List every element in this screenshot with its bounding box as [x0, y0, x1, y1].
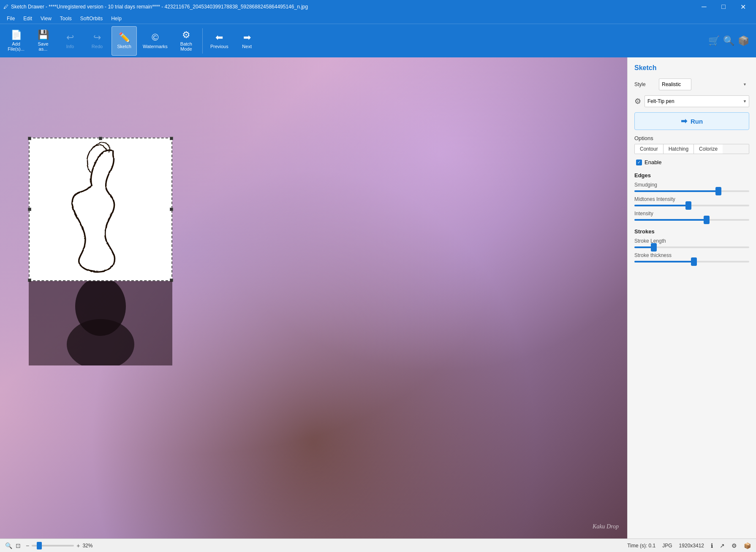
panel-title: Sketch: [634, 64, 749, 72]
redo-icon: ↪: [93, 33, 101, 42]
run-button[interactable]: ➡ Run: [634, 112, 749, 130]
presets-select[interactable]: Felt-Tip pen Pencil Charcoal Ballpoint: [645, 95, 749, 107]
cart-icon[interactable]: 🛒: [708, 35, 720, 46]
tab-contour[interactable]: Contour: [635, 144, 664, 154]
close-button[interactable]: ✕: [733, 0, 753, 14]
stroke-thickness-slider[interactable]: [634, 261, 749, 262]
search-icon[interactable]: 🔍: [723, 35, 734, 46]
sketch-label: Sketch: [117, 44, 131, 49]
status-share-icon[interactable]: ↗: [720, 542, 725, 549]
status-zoom-icon[interactable]: 🔍: [5, 542, 12, 549]
sketch-icon: ✏️: [119, 33, 130, 42]
right-panel: Sketch Style Realistic Artistic Pencil C…: [627, 57, 756, 538]
intensity-slider[interactable]: [634, 219, 749, 221]
maximize-button[interactable]: □: [714, 0, 733, 14]
intensity-thumb[interactable]: [704, 216, 710, 224]
save-as-label: Saveas...: [38, 41, 48, 51]
zoom-in-button[interactable]: +: [76, 542, 80, 549]
status-bar: 🔍 ⊡ − + 32% Time (s): 0.1 JPG 1920x3412 …: [0, 538, 756, 552]
menu-edit[interactable]: Edit: [20, 15, 35, 22]
next-label: Next: [242, 44, 252, 49]
watermarks-label: Watermarks: [143, 44, 168, 49]
midtones-slider[interactable]: [634, 205, 749, 206]
menu-view[interactable]: View: [37, 15, 55, 22]
redo-button[interactable]: ↪ Redo: [84, 26, 110, 56]
previous-label: Previous: [210, 44, 228, 49]
midtones-thumb[interactable]: [685, 201, 691, 210]
status-info-icon[interactable]: ℹ: [711, 542, 713, 549]
resolution-label: 1920x3412: [679, 543, 704, 549]
presets-icon: ⚙: [634, 97, 641, 106]
watermark-text: Kaku Drop: [593, 523, 619, 530]
menu-bar: File Edit View Tools SoftOrbits Help: [0, 14, 756, 24]
status-settings-icon[interactable]: ⚙: [732, 542, 737, 549]
batch-mode-button[interactable]: ⚙ BatchMode: [174, 26, 199, 56]
intensity-group: Intensity: [634, 211, 749, 222]
run-arrow-icon: ➡: [681, 116, 687, 126]
save-as-icon: 💾: [38, 30, 49, 40]
save-as-button[interactable]: 💾 Saveas...: [30, 26, 56, 56]
strokes-title: Strokes: [634, 228, 749, 235]
toolbar-right-icons: 🛒 🔍 📦: [708, 35, 753, 46]
batch-mode-label: BatchMode: [180, 41, 192, 51]
status-fit-icon[interactable]: ⊡: [16, 542, 21, 549]
minimize-button[interactable]: ─: [694, 0, 714, 14]
menu-help[interactable]: Help: [108, 15, 125, 22]
smudging-slider[interactable]: [634, 190, 749, 192]
sketch-box[interactable]: [29, 138, 172, 281]
smudging-fill: [634, 190, 718, 192]
tab-hatching[interactable]: Hatching: [664, 144, 694, 154]
zoom-label: 32%: [82, 543, 92, 549]
add-files-icon: 📄: [11, 30, 22, 40]
canvas-area[interactable]: Kaku Drop: [0, 57, 627, 538]
menu-file[interactable]: File: [3, 15, 18, 22]
add-files-button[interactable]: 📄 AddFile(s)...: [3, 26, 29, 56]
info-button[interactable]: ↩ Info: [57, 26, 83, 56]
smudging-thumb[interactable]: [715, 187, 721, 195]
enable-label: Enable: [645, 159, 661, 165]
title-bar-left: 🖊 Sketch Drawer - ****Unregistered versi…: [3, 4, 308, 10]
sketch-button[interactable]: ✏️ Sketch: [111, 26, 137, 56]
enable-row: Enable: [636, 159, 749, 165]
menu-softorbits[interactable]: SoftOrbits: [77, 15, 106, 22]
bottom-background: [29, 281, 172, 365]
stroke-thickness-fill: [634, 261, 694, 262]
stroke-thickness-group: Stroke thickness: [634, 252, 749, 263]
box-icon[interactable]: 📦: [738, 35, 749, 46]
title-bar-controls: ─ □ ✕: [694, 0, 753, 14]
redo-label: Redo: [92, 44, 103, 49]
main-area: Kaku Drop Sketch Style Realistic Artisti…: [0, 57, 756, 538]
zoom-out-button[interactable]: −: [26, 542, 29, 549]
app-icon: 🖊: [3, 4, 8, 10]
stroke-length-slider[interactable]: [634, 246, 749, 248]
menu-tools[interactable]: Tools: [57, 15, 75, 22]
stroke-length-thumb[interactable]: [651, 243, 657, 252]
style-label: Style: [634, 81, 655, 87]
next-button[interactable]: ➡ Next: [234, 26, 260, 56]
add-files-label: AddFile(s)...: [8, 41, 24, 51]
zoom-controls: − + 32%: [26, 542, 92, 549]
zoom-slider[interactable]: [32, 545, 74, 547]
presets-row: ⚙ Felt-Tip pen Pencil Charcoal Ballpoint…: [634, 95, 749, 107]
status-icons: 🔍 ⊡: [5, 542, 21, 549]
window-title: Sketch Drawer - ****Unregistered version…: [11, 4, 308, 10]
zoom-slider-thumb[interactable]: [37, 542, 42, 549]
bottom-figure: [29, 281, 172, 365]
info-icon: ↩: [66, 33, 74, 42]
strokes-section: Strokes Stroke Length Stroke thickness: [634, 227, 749, 263]
enable-checkbox[interactable]: [636, 160, 642, 165]
stroke-length-group: Stroke Length: [634, 238, 749, 249]
intensity-label: Intensity: [634, 211, 749, 216]
stroke-thickness-thumb[interactable]: [691, 257, 697, 266]
previous-button[interactable]: ⬅ Previous: [206, 26, 233, 56]
tab-colorize[interactable]: Colorize: [694, 144, 723, 154]
svg-point-1: [67, 319, 134, 365]
edges-title: Edges: [634, 172, 749, 179]
style-select[interactable]: Realistic Artistic Pencil Charcoal: [659, 78, 691, 90]
title-bar: 🖊 Sketch Drawer - ****Unregistered versi…: [0, 0, 756, 14]
status-box-icon[interactable]: 📦: [744, 542, 751, 549]
style-select-wrapper: Realistic Artistic Pencil Charcoal: [659, 78, 749, 90]
next-icon: ➡: [243, 33, 251, 42]
watermarks-button[interactable]: © Watermarks: [139, 26, 172, 56]
toolbar: 📄 AddFile(s)... 💾 Saveas... ↩ Info ↪ Red…: [0, 24, 756, 57]
